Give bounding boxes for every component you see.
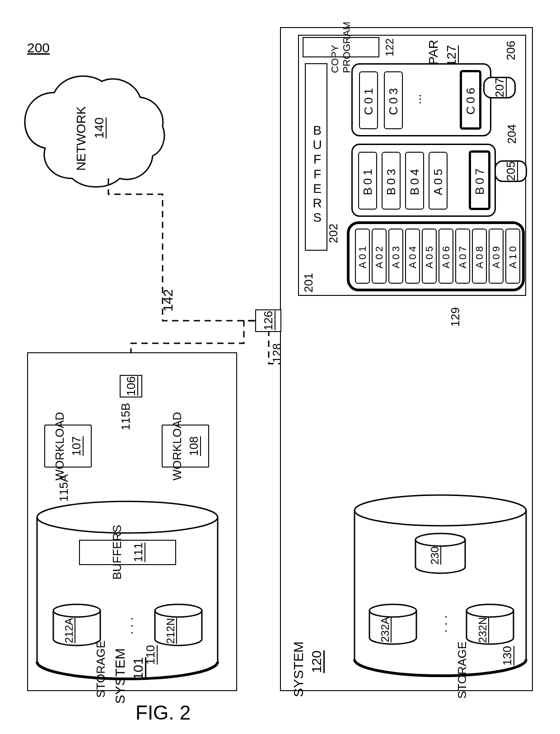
- node-126-label: 126: [261, 311, 275, 330]
- buffers-111: BUFFERS 111: [79, 540, 176, 565]
- workload-107: WORKLOAD 107: [44, 425, 92, 468]
- cell-b03: B03: [382, 152, 401, 210]
- network-label: NETWORK: [75, 106, 88, 171]
- cell-206-ellipsis: ...: [410, 94, 423, 104]
- cell-c06: C06: [460, 70, 481, 130]
- workload-108-ref: 108: [187, 436, 201, 456]
- cell-202-5: A06: [439, 229, 453, 284]
- system-101-ref: 101: [131, 657, 145, 680]
- link-115b: 115B: [120, 403, 132, 430]
- system-120-ref: 120: [309, 650, 324, 673]
- buffers-111-ref: 111: [131, 542, 145, 562]
- vol-232n: 232N: [477, 617, 488, 643]
- cell-202-3: A04: [405, 229, 420, 284]
- ref-202: 202: [327, 224, 340, 243]
- ref-206: 206: [505, 41, 517, 60]
- vol-ellipsis-130: . . .: [436, 615, 449, 633]
- vol-212n: 212N: [165, 618, 176, 644]
- vol-ellipsis-101: . . .: [122, 617, 135, 635]
- storage-130-title: STORAGE: [456, 641, 468, 699]
- cell-202-6: A07: [455, 229, 470, 284]
- system-120-title: SYSTEM: [291, 641, 306, 697]
- callout-205-label: 205: [504, 161, 518, 181]
- cell-c01: C01: [359, 71, 378, 129]
- cell-b07: B07: [469, 150, 490, 210]
- copy-program-ref: 122: [384, 38, 395, 56]
- workload-107-label: WORKLOAD: [53, 412, 67, 481]
- cell-202-7: A08: [472, 229, 487, 284]
- ref-204: 204: [506, 124, 518, 144]
- storage-110-title: STORAGE: [95, 640, 107, 698]
- storage-130-ref: 130: [501, 646, 513, 665]
- buffers-111-label: BUFFERS: [110, 525, 124, 580]
- page-ref: 200: [27, 41, 50, 55]
- link-142: 142: [161, 289, 175, 312]
- callout-205: 205: [495, 160, 527, 182]
- copy-program: COPY PROGRAM: [303, 37, 379, 57]
- vol-232a: 232A: [379, 617, 391, 642]
- link-128: 128: [271, 343, 283, 363]
- ref-201: 201: [303, 273, 315, 292]
- cell-202-0: A01: [355, 229, 370, 284]
- copy-program-label: COPY PROGRAM: [329, 22, 353, 73]
- node-106-label: 106: [124, 376, 138, 396]
- cell-202-4: A05: [422, 229, 437, 284]
- workload-108: WORKLOAD 108: [162, 425, 209, 468]
- cell-202-9: A10: [505, 229, 520, 284]
- vol-212a: 212A: [63, 618, 75, 643]
- workload-108-label: WORKLOAD: [170, 412, 184, 481]
- node-126: 126: [255, 309, 281, 332]
- workload-107-ref: 107: [70, 436, 84, 456]
- link-129: 129: [449, 307, 462, 327]
- figure-label: FIG. 2: [135, 702, 191, 723]
- cell-b04: B04: [405, 152, 424, 210]
- storage-110-ref: 110: [145, 645, 157, 664]
- system-101-title: SYSTEM: [113, 648, 127, 704]
- cell-b01: B01: [358, 152, 377, 210]
- cell-202-2: A03: [388, 229, 403, 284]
- callout-207: 207: [483, 77, 516, 98]
- node-106: 106: [120, 375, 142, 397]
- buffers-vertical-label: BUFFERS: [310, 95, 325, 253]
- network-ref: 140: [93, 117, 106, 139]
- callout-207-label: 207: [493, 78, 507, 97]
- cell-c03: C03: [384, 71, 403, 129]
- cell-202-1: A02: [372, 229, 387, 284]
- vol-230: 230: [429, 547, 440, 565]
- cell-202-8: A09: [489, 229, 504, 284]
- cell-a05: A05: [429, 152, 448, 210]
